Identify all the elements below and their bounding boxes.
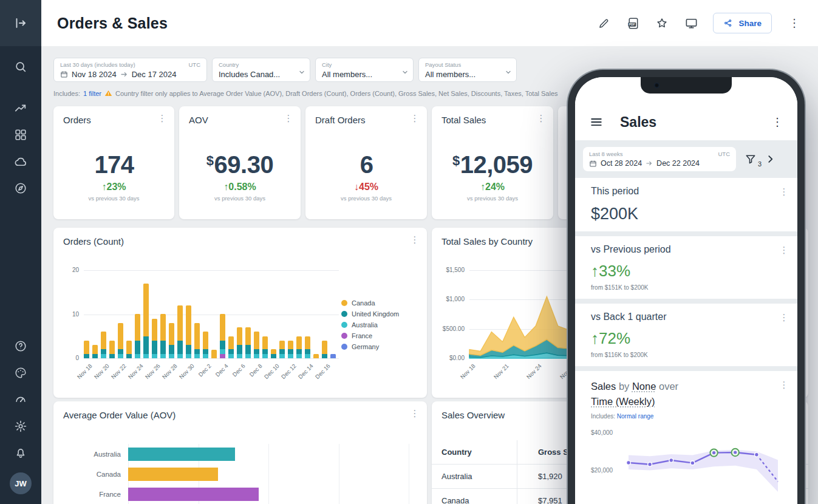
includes-label: Includes: — [53, 90, 80, 97]
present-monitor-icon[interactable] — [684, 16, 698, 30]
kebab-menu-icon[interactable]: ⋮ — [778, 243, 790, 257]
legend-item[interactable]: United Kingdom — [341, 310, 399, 318]
help-icon[interactable] — [0, 333, 41, 359]
bar-segment — [186, 345, 191, 354]
kebab-menu-icon[interactable]: ⋮ — [409, 233, 421, 247]
settings-gear-icon[interactable] — [0, 413, 41, 440]
phone-header: Sales ⋮ — [575, 104, 797, 140]
bar-dec-4 — [220, 314, 225, 358]
notifications-bell-icon[interactable] — [0, 440, 41, 466]
kpi-title: Total Sales — [441, 115, 486, 125]
metrics-icon[interactable] — [0, 95, 41, 121]
normal-range-link[interactable]: Normal range — [617, 413, 654, 420]
bar-nov-20 — [101, 332, 106, 358]
dashboards-icon[interactable] — [0, 121, 41, 148]
kpi-delta: ↑24% — [432, 182, 553, 192]
performance-gauge-icon[interactable] — [0, 386, 41, 413]
collapse-sidebar-icon[interactable] — [0, 0, 41, 46]
phone-kebab-icon[interactable]: ⋮ — [772, 115, 783, 129]
x-tick-label: Nov 21 — [487, 363, 510, 385]
data-sources-cloud-icon[interactable] — [0, 148, 41, 175]
kebab-menu-icon[interactable]: ⋮ — [778, 378, 790, 392]
bar-segment — [118, 354, 123, 358]
bar-segment — [143, 336, 149, 354]
bar-segment — [254, 332, 259, 349]
share-label: Share — [738, 19, 762, 28]
favorite-star-icon[interactable] — [655, 16, 669, 30]
kpi-title: AOV — [189, 115, 208, 125]
appearance-palette-icon[interactable] — [0, 359, 41, 386]
bar-segment — [245, 327, 251, 345]
sidebar: JW — [0, 0, 41, 504]
data-point — [734, 451, 737, 454]
kpi-compare-label: vs previous 30 days — [432, 195, 553, 202]
filter-count-link[interactable]: 1 filter — [83, 90, 101, 97]
trend-arrow-icon: ↓ — [354, 182, 359, 192]
payout-status-filter[interactable]: Payout Status All members... — [418, 58, 517, 82]
kpi-title: Draft Orders — [315, 115, 366, 125]
kebab-menu-icon[interactable]: ⋮ — [778, 185, 790, 199]
legend-item[interactable]: France — [341, 332, 399, 339]
bar-segment — [177, 341, 183, 354]
legend-dot — [341, 344, 347, 350]
search-icon[interactable] — [0, 53, 41, 80]
bar-segment — [101, 354, 106, 358]
bar-segment — [109, 354, 115, 358]
bar-segment — [169, 323, 174, 345]
bar-segment — [245, 345, 251, 354]
legend-label: France — [352, 332, 372, 339]
legend-item[interactable]: Germany — [341, 343, 399, 350]
breakdown-time-dropdown[interactable]: Time (Weekly) — [591, 396, 655, 407]
phone-period-value: $200K — [591, 205, 782, 223]
kebab-menu-icon[interactable]: ⋮ — [409, 407, 421, 420]
country-filter[interactable]: Country Includes Canad... — [212, 58, 310, 82]
page-title: Orders & Sales — [57, 15, 168, 32]
kebab-menu-icon[interactable]: ⋮ — [156, 112, 168, 125]
user-avatar[interactable]: JW — [10, 472, 32, 494]
edit-pencil-icon[interactable] — [596, 16, 611, 30]
arrow-right-icon — [120, 70, 128, 78]
date-range-filter[interactable]: Last 30 days (includes today) UTC Nov 18… — [53, 58, 207, 82]
kebab-menu-icon[interactable]: ⋮ — [535, 112, 547, 125]
bar-segment — [194, 349, 200, 353]
bar-nov-27 — [160, 314, 166, 358]
kebab-menu-icon[interactable]: ⋮ — [409, 112, 421, 125]
kebab-menu-icon[interactable]: ⋮ — [778, 311, 790, 324]
legend-item[interactable]: Australia — [341, 321, 399, 329]
hamburger-menu-icon[interactable] — [590, 115, 603, 129]
topbar-kebab-icon[interactable]: ⋮ — [786, 16, 802, 30]
bar — [128, 468, 218, 481]
phone-filter-funnel-icon[interactable]: 3 — [745, 153, 757, 165]
legend-dot — [341, 333, 347, 339]
category-label: France — [63, 491, 121, 498]
phone-date-filter[interactable]: Last 8 weeks UTC Oct 28 2024 Dec 22 2024 — [583, 147, 736, 171]
breakdown-dimension-dropdown[interactable]: None — [632, 381, 656, 392]
bar-segment — [288, 341, 293, 350]
kebab-menu-icon[interactable]: ⋮ — [282, 112, 295, 125]
city-filter-value: All members... — [322, 70, 372, 79]
bar-segment — [220, 349, 225, 353]
phone-card-title: This period — [591, 186, 782, 197]
y-tick-label: 10 — [60, 311, 79, 318]
chevron-right-icon[interactable] — [765, 154, 776, 165]
bar-segment — [152, 354, 157, 358]
bar-dec-15 — [313, 354, 319, 358]
bar-dec-12 — [288, 341, 293, 358]
data-point — [712, 451, 715, 454]
city-filter[interactable]: City All members... — [315, 58, 414, 82]
bar-segment — [313, 354, 319, 358]
bar-segment — [135, 354, 140, 358]
y-tick-label: $40,000 — [591, 429, 613, 436]
breakdown-by-label: by — [619, 381, 629, 392]
data-point — [648, 462, 652, 466]
legend-item[interactable]: Canada — [341, 299, 399, 307]
export-pdf-icon[interactable]: PDF — [625, 16, 640, 30]
bar-segment — [160, 314, 166, 341]
share-button[interactable]: Share — [713, 13, 772, 33]
bar-segment — [228, 354, 234, 358]
bar-segment — [118, 323, 123, 350]
phone-card-title: vs Back 1 quarter — [591, 312, 782, 322]
bar-nov-22 — [118, 323, 123, 358]
kpi-compare-label: vs previous 30 days — [53, 195, 174, 202]
explore-compass-icon[interactable] — [0, 175, 41, 202]
